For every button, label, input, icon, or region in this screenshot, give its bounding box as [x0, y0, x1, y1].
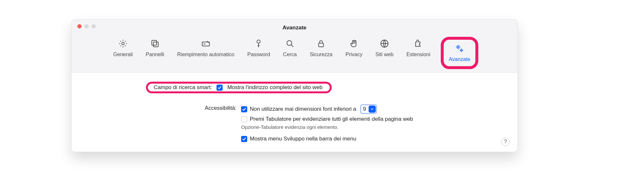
panels-icon — [150, 39, 160, 50]
help-button[interactable]: ? — [501, 138, 510, 146]
min-font-stepper[interactable]: 9 — [360, 104, 377, 114]
titlebar: Avanzate Generali Panne — [72, 20, 517, 73]
search-icon — [285, 39, 295, 50]
minimize-window-button[interactable] — [84, 24, 89, 28]
preferences-window: Avanzate Generali Panne — [71, 19, 518, 152]
tab-general[interactable]: Generali — [111, 37, 135, 69]
svg-point-8 — [457, 46, 459, 48]
smart-search-row: Campo di ricerca smart: Mostra l'indiriz… — [81, 81, 508, 93]
gears-icon — [455, 44, 464, 55]
tab-label: Estensioni — [406, 52, 430, 57]
hand-icon — [349, 39, 359, 50]
develop-menu-checkbox[interactable] — [241, 136, 247, 142]
tab-search[interactable]: Cerca — [280, 37, 299, 69]
develop-menu-label: Mostra menu Sviluppo nella barra dei men… — [250, 136, 356, 142]
min-font-value: 9 — [363, 106, 368, 112]
tab-label: Riempimento automatico — [177, 52, 234, 57]
lock-icon — [316, 39, 326, 50]
highlight-advanced-tab: Avanzate — [441, 37, 478, 69]
tab-highlight-label: Premi Tabulatore per evidenziare tutti g… — [250, 116, 413, 122]
accessibility-row: Accessibilità: Non utilizzare mai dimens… — [81, 104, 508, 144]
svg-point-0 — [122, 42, 124, 45]
maximize-window-button[interactable] — [92, 24, 96, 28]
content-area: Campo di ricerca smart: Mostra l'indiriz… — [72, 73, 517, 152]
svg-rect-1 — [152, 40, 157, 45]
tab-panels[interactable]: Pannelli — [143, 37, 167, 69]
smart-search-label: Campo di ricerca smart: — [154, 84, 212, 91]
tab-password[interactable]: Password — [245, 37, 272, 69]
globe-icon — [380, 39, 389, 50]
min-font-checkbox[interactable] — [241, 106, 247, 112]
puzzle-icon — [414, 39, 423, 50]
svg-point-5 — [287, 41, 292, 46]
svg-rect-2 — [153, 42, 158, 47]
tab-websites[interactable]: Siti web — [373, 37, 396, 69]
accessibility-label: Accessibilità: — [81, 104, 237, 111]
tab-label: Privacy — [345, 52, 362, 57]
svg-rect-6 — [319, 43, 324, 47]
min-font-label: Non utilizzare mai dimensioni font infer… — [250, 106, 356, 112]
preferences-toolbar: Generali Pannelli Riem — [72, 31, 517, 69]
tab-label: Password — [247, 52, 270, 57]
tab-highlight-checkbox[interactable] — [241, 116, 247, 122]
tab-security[interactable]: Sicurezza — [307, 37, 335, 69]
tab-label: Pannelli — [146, 52, 164, 57]
svg-point-4 — [257, 40, 260, 43]
key-icon — [254, 39, 263, 50]
tab-extensions[interactable]: Estensioni — [404, 37, 433, 69]
tab-label: Cerca — [283, 52, 297, 57]
tab-highlight-hint: Opzione-Tabulatore evidenzia ogni elemen… — [241, 124, 508, 130]
tab-advanced[interactable]: Avanzate — [446, 42, 473, 64]
close-window-button[interactable] — [77, 24, 82, 28]
tab-label: Siti web — [375, 52, 394, 57]
tab-autofill[interactable]: Riempimento automatico — [174, 37, 237, 69]
gear-icon — [118, 39, 128, 50]
stepper-dropdown-icon[interactable] — [369, 106, 376, 113]
tab-label: Generali — [113, 52, 133, 57]
show-full-url-checkbox[interactable] — [217, 85, 223, 91]
tab-label: Sicurezza — [310, 52, 332, 57]
tab-privacy[interactable]: Privacy — [343, 37, 365, 69]
help-icon: ? — [504, 139, 507, 145]
svg-point-9 — [461, 49, 462, 51]
window-title: Avanzate — [72, 25, 517, 31]
show-full-url-label: Mostra l'indirizzo completo del sito web — [227, 84, 322, 91]
tab-label: Avanzate — [449, 57, 470, 62]
highlight-smart-search: Campo di ricerca smart: Mostra l'indiriz… — [146, 82, 332, 93]
autofill-icon — [201, 39, 211, 50]
